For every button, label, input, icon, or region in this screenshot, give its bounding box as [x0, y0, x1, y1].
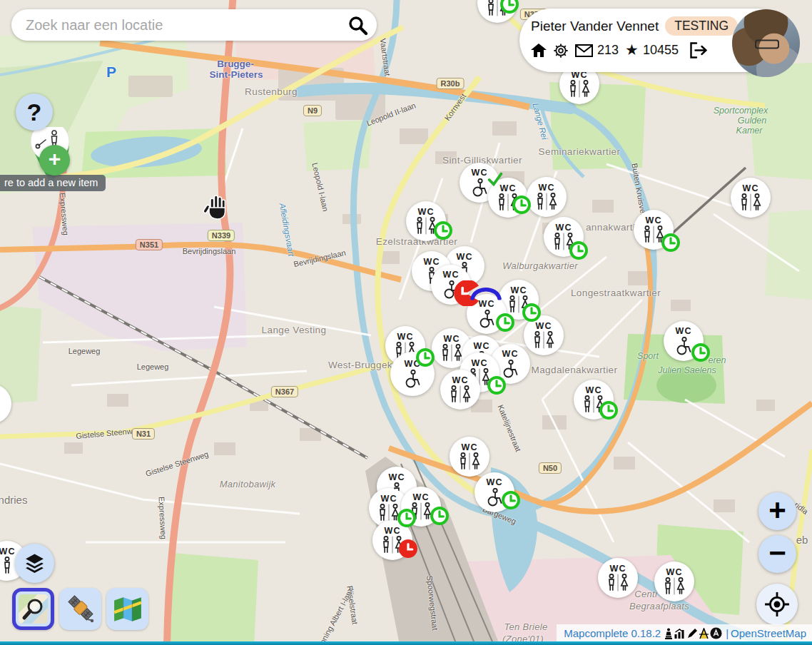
road-shield: R30b — [437, 78, 465, 89]
toilet-marker-wheelchair[interactable]: WC — [431, 265, 471, 305]
toilet-marker-male-female[interactable]: WC — [401, 487, 441, 527]
attribution-icons — [664, 627, 722, 639]
road-shield: N367 — [271, 386, 298, 397]
user-name-row: Pieter Vander Vennet TESTING — [531, 16, 738, 36]
toilet-marker-male-female[interactable]: WC — [634, 210, 674, 250]
add-new-item-button[interactable]: + — [39, 145, 70, 176]
bottom-bar — [0, 641, 812, 645]
toilet-marker-male-female[interactable]: WC — [544, 217, 584, 257]
license-icon — [710, 627, 722, 639]
testing-badge: TESTING — [665, 16, 738, 36]
road-shield: N9 — [303, 105, 322, 116]
toilet-marker-male-female[interactable]: WC — [654, 562, 694, 601]
toilet-marker-male-female[interactable]: WC — [440, 370, 480, 410]
attribution-bar: Mapcomplete 0.18.2 | OpenStreetMap — [557, 624, 812, 641]
toilet-marker-wheelchair[interactable]: WC — [664, 321, 704, 361]
zoom-in-button[interactable]: + — [758, 492, 796, 530]
zoom-out-button[interactable]: − — [758, 535, 796, 573]
toilet-marker-male-female[interactable]: WC — [450, 437, 489, 477]
toilet-marker-wheelchair[interactable]: WC — [467, 294, 507, 334]
basemap-map-button[interactable] — [106, 588, 148, 630]
toilet-marker-male-female[interactable]: WC — [731, 178, 771, 218]
logout-icon[interactable] — [689, 42, 707, 59]
user-name[interactable]: Pieter Vander Vennet — [531, 19, 659, 34]
home-icon[interactable] — [531, 44, 547, 58]
road-shield: N339 — [208, 230, 235, 241]
add-item-tooltip: re to add a new item — [0, 175, 106, 191]
toilet-marker-male-female[interactable]: WC — [524, 315, 564, 355]
toilet-marker-wheelchair[interactable]: WC — [390, 352, 435, 396]
toilet-marker-male-female[interactable]: WC — [406, 201, 446, 241]
toilet-marker-male-female[interactable]: WC — [527, 177, 567, 217]
toilet-marker-male-female[interactable]: WC — [372, 520, 412, 560]
mapcomplete-version-link[interactable]: Mapcomplete 0.18.2 — [564, 627, 661, 639]
pencil-icon — [686, 628, 698, 639]
search-icon[interactable] — [347, 14, 368, 36]
surveyor-icon — [699, 628, 709, 639]
mapcomplete-app: Brugge-Sint-PietersRustenburgPVaartstraa… — [0, 0, 812, 645]
help-button[interactable]: ? — [16, 93, 53, 131]
satellite-icon — [65, 594, 96, 625]
stats-icon — [674, 628, 686, 639]
basemap-osm-button[interactable] — [12, 588, 54, 630]
layers-icon — [24, 552, 46, 574]
road-shield: N351 — [136, 239, 163, 250]
geolocate-button[interactable] — [756, 584, 798, 625]
star-icon: ★ — [625, 43, 639, 58]
osm-map-icon — [19, 594, 48, 624]
basemap-switcher — [12, 588, 148, 630]
attribution-separator: | — [726, 627, 729, 639]
toilet-marker-male-female[interactable]: WC — [488, 178, 528, 218]
search-bar — [11, 9, 377, 41]
search-input[interactable] — [11, 17, 347, 34]
crosshair-icon — [764, 591, 790, 617]
world-map-icon — [113, 596, 143, 623]
road-shield: N50 — [539, 462, 562, 474]
user-avatar[interactable] — [732, 9, 800, 77]
toilet-marker-male-female[interactable]: WC — [574, 380, 614, 420]
user-actions-row: 213 ★ 10455 — [531, 42, 707, 59]
basemap-satellite-button[interactable] — [59, 588, 101, 630]
changeset-count: 10455 — [643, 43, 679, 58]
hand-cursor-icon — [202, 192, 229, 220]
messages-count: 213 — [597, 43, 619, 58]
toilet-marker-male-female[interactable]: WC — [598, 558, 638, 598]
toilet-marker-wheelchair[interactable]: WC — [474, 472, 514, 512]
statue-icon — [664, 628, 673, 639]
openstreetmap-link[interactable]: OpenStreetMap — [731, 627, 806, 639]
gear-icon[interactable] — [553, 43, 569, 59]
road-shield: N31 — [132, 428, 155, 440]
layers-button[interactable] — [15, 544, 54, 583]
messages-icon[interactable] — [575, 44, 593, 57]
